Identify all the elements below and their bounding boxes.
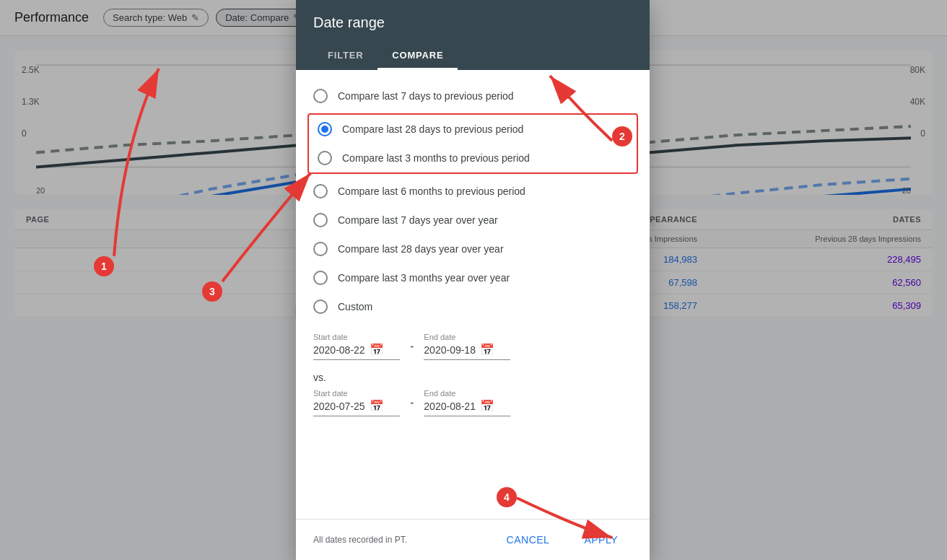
vs-label: vs. bbox=[313, 372, 632, 383]
start-date-field: Start date 2020-08-22 📅 bbox=[313, 333, 400, 360]
custom-dates-row: Start date 2020-08-22 📅 - End date 2020-… bbox=[313, 333, 632, 360]
modal-tabs: FILTER COMPARE bbox=[313, 43, 632, 70]
vs-end-label: End date bbox=[424, 389, 510, 398]
modal-header: Date range FILTER COMPARE bbox=[296, 0, 650, 70]
end-date-field: End date 2020-09-18 📅 bbox=[424, 333, 510, 360]
radio-custom[interactable] bbox=[313, 299, 328, 314]
modal-footer: All dates recorded in PT. CANCEL APPLY bbox=[296, 519, 650, 560]
date-range-modal: Date range FILTER COMPARE Compare last 7… bbox=[296, 0, 650, 560]
vs-start-date-field: Start date 2020-07-25 📅 bbox=[313, 389, 400, 416]
vs-end-date-field: End date 2020-08-21 📅 bbox=[424, 389, 510, 416]
vs-start-label: Start date bbox=[313, 389, 400, 398]
option-28days[interactable]: Compare last 28 days to previous period bbox=[309, 115, 637, 144]
custom-section: Start date 2020-08-22 📅 - End date 2020-… bbox=[296, 321, 650, 422]
radio-7days[interactable] bbox=[313, 89, 328, 103]
radio-28days-yoy[interactable] bbox=[313, 242, 328, 256]
start-date-label: Start date bbox=[313, 333, 400, 341]
tab-filter-label: FILTER bbox=[328, 50, 363, 61]
modal-title: Date range bbox=[313, 14, 632, 31]
tab-filter[interactable]: FILTER bbox=[313, 43, 378, 70]
radio-3months[interactable] bbox=[318, 151, 332, 165]
start-date-value: 2020-08-22 bbox=[313, 344, 365, 356]
calendar-icon-end[interactable]: 📅 bbox=[480, 343, 494, 356]
radio-3months-yoy[interactable] bbox=[313, 271, 328, 285]
option-3months-yoy-label: Compare last 3 months year over year bbox=[338, 272, 510, 284]
vs-end-value: 2020-08-21 bbox=[424, 401, 476, 412]
vs-date-separator: - bbox=[407, 396, 416, 409]
option-7days-yoy[interactable]: Compare last 7 days year over year bbox=[296, 206, 650, 235]
option-7days-yoy-label: Compare last 7 days year over year bbox=[338, 214, 498, 226]
modal-body: Compare last 7 days to previous period C… bbox=[296, 70, 650, 519]
vs-end-input-row: 2020-08-21 📅 bbox=[424, 399, 510, 416]
option-7days[interactable]: Compare last 7 days to previous period bbox=[296, 82, 650, 110]
option-3months-label: Compare last 3 months to previous period bbox=[342, 152, 530, 164]
option-3months[interactable]: Compare last 3 months to previous period bbox=[309, 144, 637, 172]
apply-button[interactable]: APPLY bbox=[569, 528, 632, 551]
option-3months-yoy[interactable]: Compare last 3 months year over year bbox=[296, 263, 650, 292]
radio-28days[interactable] bbox=[318, 122, 332, 136]
start-date-input-row: 2020-08-22 📅 bbox=[313, 343, 400, 360]
option-7days-label: Compare last 7 days to previous period bbox=[338, 90, 514, 102]
radio-6months[interactable] bbox=[313, 184, 328, 198]
vs-start-input-row: 2020-07-25 📅 bbox=[313, 399, 400, 416]
option-6months[interactable]: Compare last 6 months to previous period bbox=[296, 177, 650, 206]
custom-vs-dates-row: Start date 2020-07-25 📅 - End date 2020-… bbox=[313, 389, 632, 416]
footer-buttons: CANCEL APPLY bbox=[492, 528, 632, 551]
option-custom-label: Custom bbox=[338, 301, 372, 312]
calendar-icon-vs-start[interactable]: 📅 bbox=[370, 399, 384, 413]
option-custom[interactable]: Custom bbox=[296, 292, 650, 321]
end-date-input-row: 2020-09-18 📅 bbox=[424, 343, 510, 360]
radio-28days-fill bbox=[321, 126, 328, 133]
option-28days-yoy[interactable]: Compare last 28 days year over year bbox=[296, 235, 650, 263]
vs-start-value: 2020-07-25 bbox=[313, 401, 365, 412]
cancel-button[interactable]: CANCEL bbox=[492, 528, 564, 551]
tab-compare-label: COMPARE bbox=[392, 50, 443, 61]
date-separator: - bbox=[407, 340, 416, 353]
option-28days-label: Compare last 28 days to previous period bbox=[342, 123, 523, 135]
calendar-icon-start[interactable]: 📅 bbox=[370, 343, 384, 356]
end-date-value: 2020-09-18 bbox=[424, 344, 476, 356]
calendar-icon-vs-end[interactable]: 📅 bbox=[480, 399, 494, 413]
end-date-label: End date bbox=[424, 333, 510, 341]
radio-7days-yoy[interactable] bbox=[313, 213, 328, 227]
option-28days-yoy-label: Compare last 28 days year over year bbox=[338, 243, 504, 255]
highlight-box: Compare last 28 days to previous period … bbox=[307, 113, 638, 174]
footer-note: All dates recorded in PT. bbox=[313, 535, 407, 545]
tab-compare[interactable]: COMPARE bbox=[378, 43, 458, 70]
option-6months-label: Compare last 6 months to previous period bbox=[338, 185, 525, 197]
